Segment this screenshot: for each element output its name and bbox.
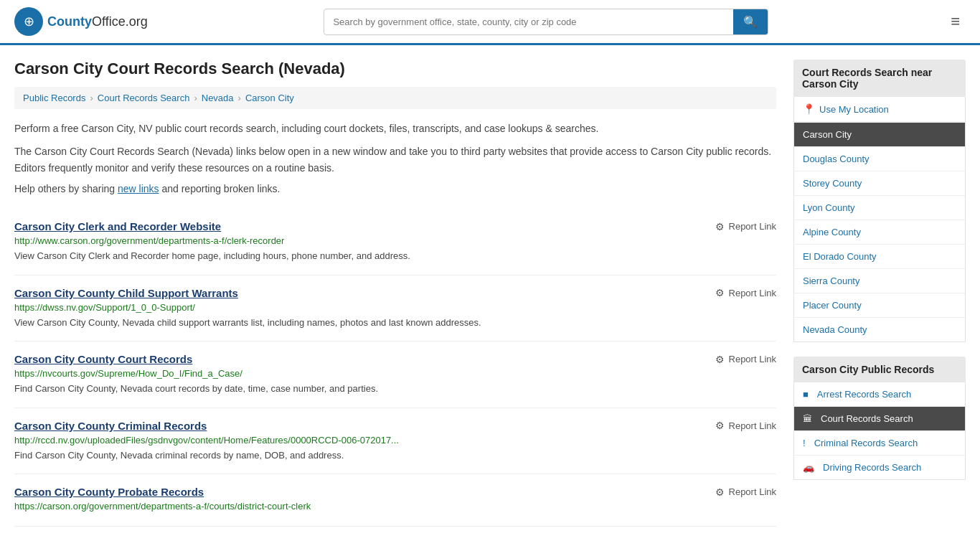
- sidebar-item-storey-county[interactable]: Storey County: [794, 171, 965, 196]
- sidebar-item-lyon-county[interactable]: Lyon County: [794, 196, 965, 220]
- records-list: Carson City Clerk and Recorder Website ⚙…: [14, 209, 776, 527]
- record-title[interactable]: Carson City Clerk and Recorder Website: [14, 220, 221, 232]
- report-link-button[interactable]: ⚙ Report Link: [715, 486, 776, 498]
- record-card: Carson City County Criminal Records ⚙ Re…: [14, 408, 776, 475]
- search-button[interactable]: 🔍: [733, 9, 768, 34]
- sidebar-public-records-list: ■ Arrest Records Search 🏛 Court Records …: [793, 382, 966, 480]
- breadcrumb-public-records[interactable]: Public Records: [23, 93, 85, 103]
- criminal-icon: !: [803, 438, 806, 448]
- court-icon: 🏛: [803, 413, 812, 424]
- record-url[interactable]: http://www.carson.org/government/departm…: [14, 235, 776, 246]
- record-desc: View Carson City County, Nevada child su…: [14, 316, 776, 330]
- sidebar-item-el-dorado-county[interactable]: El Dorado County: [794, 245, 965, 269]
- record-desc: Find Carson City County, Nevada court re…: [14, 382, 776, 396]
- report-link-button[interactable]: ⚙ Report Link: [715, 420, 776, 431]
- sidebar-item-sierra-county[interactable]: Sierra County: [794, 269, 965, 293]
- report-icon: ⚙: [715, 287, 725, 298]
- report-link-button[interactable]: ⚙ Report Link: [715, 221, 776, 232]
- record-card: Carson City County Child Support Warrant…: [14, 276, 776, 342]
- sidebar-nearby-list: 📍 Use My Location Carson City Douglas Co…: [793, 97, 966, 342]
- record-card: Carson City County Court Records ⚙ Repor…: [14, 342, 776, 408]
- record-url[interactable]: https://dwss.nv.gov/Support/1_0_0-Suppor…: [14, 302, 776, 313]
- sidebar-item-arrest-records[interactable]: ■ Arrest Records Search: [794, 382, 965, 407]
- sidebar-item-court-records[interactable]: 🏛 Court Records Search: [794, 407, 965, 431]
- driving-icon: 🚗: [803, 462, 814, 473]
- record-url[interactable]: http://rccd.nv.gov/uploadedFiles/gsdnvgo…: [14, 435, 776, 446]
- sidebar-item-placer-county[interactable]: Placer County: [794, 293, 965, 318]
- record-title[interactable]: Carson City County Court Records: [14, 353, 192, 365]
- menu-button[interactable]: ≡: [945, 9, 966, 34]
- logo-area: ⊕ CountyOffice.org: [14, 7, 148, 36]
- description-1: Perform a free Carson City, NV public co…: [14, 121, 776, 136]
- header: ⊕ CountyOffice.org 🔍 ≡: [0, 0, 980, 45]
- sidebar-public-records-title: Carson City Public Records: [793, 357, 966, 382]
- share-text: Help others by sharing new links and rep…: [14, 183, 776, 194]
- breadcrumb-nevada[interactable]: Nevada: [202, 93, 234, 103]
- record-desc: View Carson City Clerk and Recorder home…: [14, 249, 776, 263]
- record-card: Carson City Clerk and Recorder Website ⚙…: [14, 209, 776, 276]
- arrest-icon: ■: [803, 389, 809, 400]
- search-bar: 🔍: [324, 9, 768, 35]
- report-icon: ⚙: [715, 420, 725, 431]
- sidebar-item-alpine-county[interactable]: Alpine County: [794, 220, 965, 245]
- record-title[interactable]: Carson City County Probate Records: [14, 486, 204, 498]
- breadcrumb-court-records[interactable]: Court Records Search: [98, 93, 190, 103]
- logo-text: CountyOffice.org: [47, 14, 148, 29]
- sidebar-item-criminal-records[interactable]: ! Criminal Records Search: [794, 431, 965, 456]
- record-url[interactable]: https://carson.org/government/department…: [14, 501, 776, 512]
- sidebar-nearby-title: Court Records Search near Carson City: [793, 60, 966, 97]
- report-icon: ⚙: [715, 486, 725, 498]
- main-container: Carson City Court Records Search (Nevada…: [0, 45, 980, 541]
- report-icon: ⚙: [715, 354, 725, 365]
- sidebar-item-driving-records[interactable]: 🚗 Driving Records Search: [794, 456, 965, 479]
- sidebar-item-douglas-county[interactable]: Douglas County: [794, 147, 965, 171]
- record-url[interactable]: https://nvcourts.gov/Supreme/How_Do_I/Fi…: [14, 368, 776, 379]
- search-input[interactable]: [324, 11, 733, 33]
- logo-icon: ⊕: [14, 7, 43, 36]
- report-link-button[interactable]: ⚙ Report Link: [715, 354, 776, 365]
- pin-icon: 📍: [803, 103, 815, 115]
- sidebar: Court Records Search near Carson City 📍 …: [793, 60, 966, 527]
- record-card: Carson City County Probate Records ⚙ Rep…: [14, 474, 776, 527]
- new-links-link[interactable]: new links: [118, 183, 159, 194]
- description-2: The Carson City Court Records Search (Ne…: [14, 143, 776, 176]
- breadcrumb: Public Records › Court Records Search › …: [14, 87, 776, 109]
- sidebar-item-nevada-county[interactable]: Nevada County: [794, 318, 965, 342]
- record-title[interactable]: Carson City County Criminal Records: [14, 420, 207, 432]
- record-title[interactable]: Carson City County Child Support Warrant…: [14, 287, 238, 299]
- report-icon: ⚙: [715, 221, 725, 232]
- record-desc: Find Carson City County, Nevada criminal…: [14, 448, 776, 463]
- report-link-button[interactable]: ⚙ Report Link: [715, 287, 776, 298]
- page-title: Carson City Court Records Search (Nevada…: [14, 60, 776, 78]
- sidebar-use-location[interactable]: 📍 Use My Location: [794, 97, 965, 123]
- sidebar-item-carson-city[interactable]: Carson City: [794, 123, 965, 147]
- breadcrumb-carson-city[interactable]: Carson City: [245, 93, 294, 103]
- content-area: Carson City Court Records Search (Nevada…: [14, 60, 776, 527]
